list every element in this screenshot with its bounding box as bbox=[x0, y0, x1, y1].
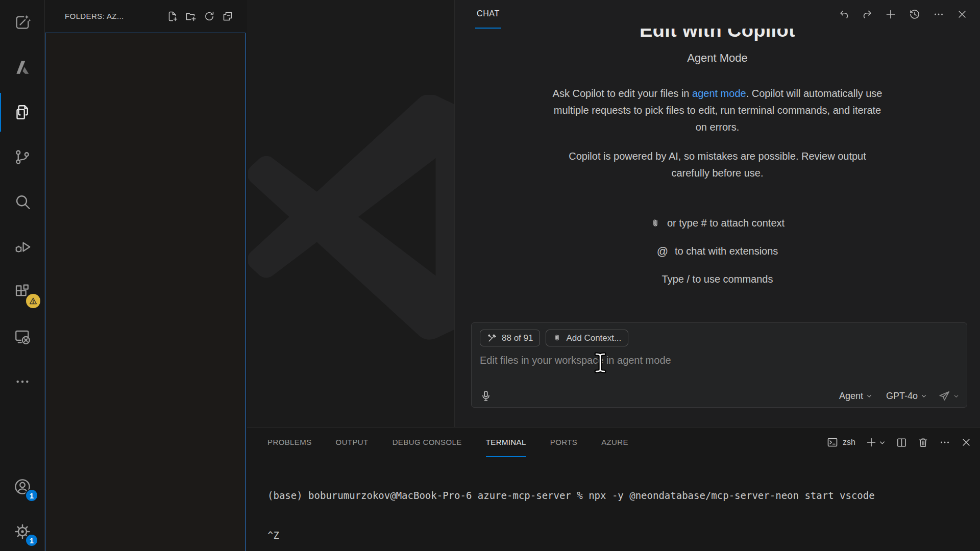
new-terminal-button[interactable] bbox=[865, 436, 886, 448]
terminal-line: ^Z bbox=[267, 529, 980, 542]
chat-panel: CHAT bbox=[454, 0, 980, 427]
activity-item-run-debug[interactable] bbox=[0, 224, 44, 269]
source-control-icon bbox=[13, 148, 32, 166]
activity-item-copilot-edits[interactable] bbox=[0, 0, 44, 45]
sidebar-explorer: FOLDERS: AZ... bbox=[45, 0, 247, 551]
undo-icon[interactable] bbox=[839, 9, 850, 20]
settings-button[interactable]: 1 bbox=[0, 509, 44, 551]
terminal-icon bbox=[826, 436, 839, 448]
new-chat-icon[interactable] bbox=[885, 8, 897, 20]
bottom-panel: PROBLEMS OUTPUT DEBUG CONSOLE TERMINAL P… bbox=[247, 427, 980, 551]
send-icon bbox=[938, 389, 951, 403]
new-folder-icon[interactable] bbox=[185, 10, 197, 22]
settings-badge: 1 bbox=[25, 534, 38, 547]
tab-terminal[interactable]: TERMINAL bbox=[486, 428, 526, 457]
send-button[interactable] bbox=[938, 389, 960, 403]
redo-icon[interactable] bbox=[862, 9, 873, 20]
tab-ports[interactable]: PORTS bbox=[550, 428, 577, 457]
accounts-badge: 1 bbox=[25, 489, 38, 502]
hint-attach-text: or type # to attach context bbox=[667, 217, 785, 229]
history-icon[interactable] bbox=[909, 8, 921, 20]
panel-header: PROBLEMS OUTPUT DEBUG CONSOLE TERMINAL P… bbox=[247, 428, 980, 457]
chat-paragraph-1: Ask Copilot to edit your files in agent … bbox=[549, 85, 886, 136]
explorer-icon bbox=[13, 103, 32, 121]
activity-bar: 1 1 bbox=[0, 0, 45, 551]
remote-explorer-icon bbox=[13, 328, 32, 346]
extensions-warning-badge bbox=[26, 294, 40, 308]
search-icon bbox=[13, 193, 32, 211]
azure-icon bbox=[13, 58, 32, 77]
model-label: GPT-4o bbox=[886, 391, 918, 402]
send-options-chevron-icon bbox=[953, 393, 960, 399]
split-terminal-icon[interactable] bbox=[896, 437, 908, 448]
mode-picker[interactable]: Agent bbox=[839, 391, 873, 402]
tab-problems[interactable]: PROBLEMS bbox=[267, 428, 312, 457]
chat-title: Edit with Copilot bbox=[455, 29, 980, 41]
shell-label: zsh bbox=[843, 438, 855, 447]
activity-item-more[interactable] bbox=[0, 359, 44, 404]
activity-item-extensions[interactable] bbox=[0, 269, 44, 314]
hint-extensions-text: to chat with extensions bbox=[675, 245, 778, 257]
paperclip-icon bbox=[650, 218, 660, 229]
hint-commands-text: Type / to use commands bbox=[662, 273, 773, 285]
tools-count-label: 88 of 91 bbox=[502, 333, 533, 343]
chat-paragraph-2: Copilot is powered by AI, so mistakes ar… bbox=[565, 148, 871, 182]
collapse-all-icon[interactable] bbox=[222, 10, 234, 22]
mode-label: Agent bbox=[839, 391, 863, 402]
chevron-down-icon bbox=[920, 392, 927, 399]
chat-panel-header: CHAT bbox=[455, 0, 980, 29]
hint-extensions: @ to chat with extensions bbox=[455, 237, 980, 265]
agent-mode-link[interactable]: agent mode bbox=[692, 88, 746, 99]
chat-input-container[interactable]: 88 of 91 Add Context... Edit files in yo… bbox=[471, 322, 967, 408]
chat-input-field[interactable]: Edit files in your workspace in agent mo… bbox=[480, 355, 959, 366]
activity-item-azure[interactable] bbox=[0, 45, 44, 90]
add-context-button[interactable]: Add Context... bbox=[546, 330, 628, 346]
chat-p1-before: Ask Copilot to edit your files in bbox=[553, 88, 692, 99]
tools-icon bbox=[487, 333, 497, 343]
more-icon bbox=[14, 373, 31, 390]
chat-welcome: Edit with Copilot Agent Mode Ask Copilot… bbox=[455, 29, 980, 317]
tab-chat[interactable]: CHAT bbox=[475, 0, 501, 29]
kill-terminal-icon[interactable] bbox=[917, 437, 929, 448]
accounts-button[interactable]: 1 bbox=[0, 464, 44, 509]
activity-item-explorer[interactable] bbox=[0, 90, 44, 135]
model-picker[interactable]: GPT-4o bbox=[886, 391, 927, 402]
explorer-tree-empty[interactable] bbox=[45, 33, 246, 551]
tab-output[interactable]: OUTPUT bbox=[336, 428, 369, 457]
tab-azure[interactable]: AZURE bbox=[601, 428, 628, 457]
run-debug-icon bbox=[13, 238, 32, 256]
activity-item-search[interactable] bbox=[0, 180, 44, 224]
sidebar-header: FOLDERS: AZ... bbox=[45, 0, 247, 32]
close-icon[interactable] bbox=[957, 9, 968, 20]
editor-area[interactable] bbox=[247, 0, 454, 427]
terminal-output[interactable]: (base) boburumurzokov@MacBook-Pro-6 azur… bbox=[247, 462, 980, 551]
tools-button[interactable]: 88 of 91 bbox=[480, 330, 540, 346]
sidebar-title: FOLDERS: AZ... bbox=[65, 12, 166, 20]
more-icon[interactable] bbox=[939, 436, 951, 448]
close-panel-icon[interactable] bbox=[961, 437, 972, 448]
chat-subtitle: Agent Mode bbox=[455, 52, 980, 65]
more-icon[interactable] bbox=[933, 8, 945, 20]
activity-item-remote-explorer[interactable] bbox=[0, 314, 44, 359]
activity-item-source-control[interactable] bbox=[0, 135, 44, 180]
plus-icon bbox=[865, 436, 877, 448]
hint-commands: Type / to use commands bbox=[455, 265, 980, 293]
add-context-label: Add Context... bbox=[566, 333, 621, 343]
vscode-logo-watermark bbox=[248, 95, 454, 345]
copilot-edits-icon bbox=[13, 13, 32, 32]
paperclip-icon bbox=[553, 333, 561, 343]
at-sign-icon: @ bbox=[657, 245, 668, 258]
tab-debug-console[interactable]: DEBUG CONSOLE bbox=[393, 428, 462, 457]
chevron-down-icon bbox=[878, 439, 886, 446]
microphone-icon[interactable] bbox=[480, 389, 492, 403]
new-file-icon[interactable] bbox=[166, 10, 179, 22]
refresh-icon[interactable] bbox=[203, 10, 215, 22]
hint-attach-context: or type # to attach context bbox=[455, 209, 980, 237]
terminal-instance-picker[interactable]: zsh bbox=[826, 436, 855, 448]
terminal-line: (base) boburumurzokov@MacBook-Pro-6 azur… bbox=[267, 489, 980, 502]
chevron-down-icon bbox=[866, 392, 873, 399]
